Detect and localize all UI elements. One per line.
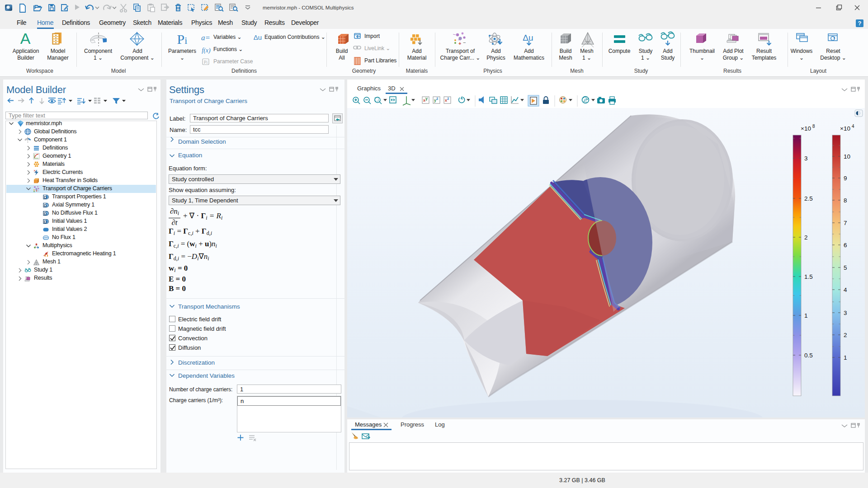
svg-text:4: 4 <box>852 124 854 129</box>
svg-text:D: D <box>44 220 47 224</box>
svg-text:D: D <box>44 203 47 208</box>
svg-text:−: − <box>463 40 466 45</box>
svg-text:5: 5 <box>844 264 847 271</box>
svg-text:3: 3 <box>804 155 808 162</box>
svg-text:f(x): f(x) <box>202 47 211 54</box>
svg-text:Δu: Δu <box>254 33 262 41</box>
svg-text:9: 9 <box>844 175 847 182</box>
svg-text:8: 8 <box>844 197 847 204</box>
svg-text:-: - <box>38 189 39 192</box>
svg-text:6: 6 <box>844 242 847 249</box>
svg-text:7: 7 <box>844 220 847 226</box>
svg-text:z: z <box>436 96 439 101</box>
svg-text:2: 2 <box>804 234 808 241</box>
svg-text:Pi: Pi <box>204 60 208 65</box>
svg-text:1.5: 1.5 <box>804 273 813 280</box>
svg-text:z: z <box>447 96 449 101</box>
svg-text:2.5: 2.5 <box>804 195 813 202</box>
svg-text:D: D <box>44 211 47 216</box>
svg-text:y: y <box>425 96 428 101</box>
svg-text:2: 2 <box>844 332 847 338</box>
svg-text:a=: a= <box>201 33 210 42</box>
svg-text:10: 10 <box>844 153 850 160</box>
svg-text:0.5: 0.5 <box>804 352 813 359</box>
svg-text:×10: ×10 <box>801 125 811 132</box>
svg-text:D: D <box>44 195 47 200</box>
svg-text:Δu: Δu <box>523 33 533 42</box>
svg-text:8: 8 <box>812 124 815 129</box>
svg-text:+: + <box>36 189 38 192</box>
svg-text:+: + <box>458 41 461 46</box>
svg-text:4: 4 <box>844 286 847 293</box>
svg-text:1: 1 <box>844 354 847 361</box>
svg-text:Pi: Pi <box>177 32 188 47</box>
svg-text:1: 1 <box>804 312 808 319</box>
svg-text:×10: ×10 <box>840 125 850 132</box>
svg-text:3: 3 <box>844 310 847 316</box>
